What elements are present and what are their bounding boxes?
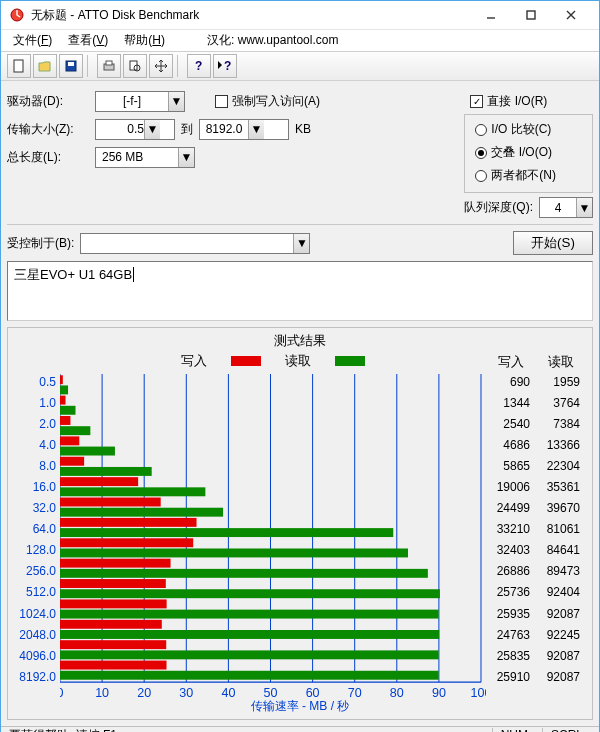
legend-write-swatch: [231, 356, 261, 366]
svg-rect-55: [60, 610, 439, 619]
open-button[interactable]: [33, 54, 57, 78]
window-title: 无标题 - ATTO Disk Benchmark: [31, 7, 471, 24]
svg-rect-46: [60, 518, 197, 527]
io-compare-radio[interactable]: I/O 比较(C): [475, 121, 582, 138]
toolbar: ? ?: [1, 51, 599, 81]
app-icon: [9, 7, 25, 23]
statusbar: 要获得帮助, 请按 F1 NUM SCRL: [1, 726, 599, 732]
menubar: 文件(F) 查看(V) 帮助(H) 汉化: www.upantool.com: [1, 30, 599, 51]
svg-text:?: ?: [224, 59, 231, 73]
status-scrl: SCRL: [542, 728, 591, 732]
force-write-checkbox[interactable]: 强制写入访问(A): [215, 93, 320, 110]
main-panel: 驱动器(D): [-f-]▼ 强制写入访问(A) 传输大小(Z): ▼ 到 ▼ …: [1, 81, 599, 726]
svg-rect-37: [60, 426, 90, 435]
xfer-label: 传输大小(Z):: [7, 121, 89, 138]
svg-rect-56: [60, 620, 162, 629]
neither-radio[interactable]: 两者都不(N): [475, 167, 582, 184]
svg-rect-38: [60, 436, 79, 445]
preview-button[interactable]: [123, 54, 147, 78]
svg-rect-5: [106, 61, 112, 65]
save-button[interactable]: [59, 54, 83, 78]
svg-rect-44: [60, 498, 161, 507]
result-chart: 0102030405060708090100: [60, 374, 486, 700]
svg-rect-50: [60, 559, 171, 568]
legend-read-swatch: [335, 356, 365, 366]
io-mode-group: I/O 比较(C) 交叠 I/O(O) 两者都不(N): [464, 114, 593, 193]
svg-text:?: ?: [195, 59, 202, 73]
xfer-from-combo[interactable]: ▼: [95, 119, 175, 140]
svg-rect-54: [60, 599, 167, 608]
new-button[interactable]: [7, 54, 31, 78]
results-title: 测式结果: [14, 330, 586, 350]
len-combo[interactable]: 256 MB▼: [95, 147, 195, 168]
svg-rect-35: [60, 406, 75, 415]
svg-rect-42: [60, 477, 138, 486]
read-column: 1959376473841336622304353613967081061846…: [536, 374, 586, 700]
to-label: 到: [181, 121, 193, 138]
help-button[interactable]: ?: [187, 54, 211, 78]
svg-rect-57: [60, 630, 439, 639]
svg-rect-51: [60, 569, 428, 578]
svg-rect-32: [60, 375, 63, 384]
qdepth-row: 队列深度(Q): 4▼: [464, 197, 593, 218]
close-button[interactable]: [551, 1, 591, 29]
svg-rect-41: [60, 467, 152, 476]
svg-rect-45: [60, 508, 223, 517]
legend-read-label: 读取: [285, 352, 311, 370]
chart-legend: 写入 读取: [60, 350, 486, 374]
menu-view[interactable]: 查看(V): [64, 30, 112, 51]
svg-rect-53: [60, 589, 440, 598]
xfer-to-combo[interactable]: ▼: [199, 119, 289, 140]
direct-io-checkbox[interactable]: ✓直接 I/O(R): [470, 93, 547, 110]
left-options: 驱动器(D): [-f-]▼ 强制写入访问(A) 传输大小(Z): ▼ 到 ▼ …: [7, 87, 454, 218]
svg-rect-3: [68, 62, 74, 66]
chart-y-labels: 0.51.02.04.08.016.032.064.0128.0256.0512…: [14, 374, 60, 700]
minimize-button[interactable]: [471, 1, 511, 29]
right-options: ✓直接 I/O(R) I/O 比较(C) 交叠 I/O(O) 两者都不(N) 队…: [464, 87, 593, 218]
app-window: 无标题 - ATTO Disk Benchmark 文件(F) 查看(V) 帮助…: [0, 0, 600, 732]
menu-help[interactable]: 帮助(H): [120, 30, 169, 51]
whatsthis-button[interactable]: ?: [213, 54, 237, 78]
col-read-header: 读取: [548, 353, 574, 371]
svg-rect-0: [527, 11, 535, 19]
col-write-header: 写入: [498, 353, 524, 371]
svg-rect-58: [60, 640, 166, 649]
kb-label: KB: [295, 122, 311, 136]
write-column: 6901344254046865865190062449933210324032…: [486, 374, 536, 700]
controlled-combo[interactable]: ▼: [80, 233, 310, 254]
description-box[interactable]: 三星EVO+ U1 64GB: [7, 261, 593, 321]
status-help: 要获得帮助, 请按 F1: [9, 727, 117, 732]
overlap-io-radio[interactable]: 交叠 I/O(O): [475, 144, 582, 161]
svg-rect-48: [60, 538, 193, 547]
qdepth-combo[interactable]: 4▼: [539, 197, 593, 218]
svg-rect-40: [60, 457, 84, 466]
move-button[interactable]: [149, 54, 173, 78]
status-num: NUM: [492, 728, 536, 732]
maximize-button[interactable]: [511, 1, 551, 29]
chart-area: 0.51.02.04.08.016.032.064.0128.0256.0512…: [14, 374, 586, 700]
drive-label: 驱动器(D):: [7, 93, 89, 110]
svg-rect-39: [60, 447, 115, 456]
drive-combo[interactable]: [-f-]▼: [95, 91, 185, 112]
results-panel: 测式结果 写入 读取 写入 读取 0.51.02.04.08.016.032.0…: [7, 327, 593, 720]
svg-rect-60: [60, 661, 167, 670]
qdepth-label: 队列深度(Q):: [464, 199, 533, 216]
svg-rect-33: [60, 385, 68, 394]
svg-rect-49: [60, 548, 408, 557]
legend-write-label: 写入: [181, 352, 207, 370]
svg-rect-59: [60, 650, 439, 659]
start-button[interactable]: 开始(S): [513, 231, 593, 255]
controlled-row: 受控制于(B): ▼ 开始(S): [7, 231, 593, 255]
svg-rect-36: [60, 416, 70, 425]
hanhua-label: 汉化: www.upantool.com: [207, 32, 338, 49]
chevron-down-icon[interactable]: ▼: [168, 92, 184, 111]
toolbar-separator: [87, 55, 93, 77]
titlebar: 无标题 - ATTO Disk Benchmark: [1, 1, 599, 30]
chart-x-label: 传输速率 - MB / 秒: [14, 698, 586, 715]
menu-file[interactable]: 文件(F): [9, 30, 56, 51]
print-button[interactable]: [97, 54, 121, 78]
svg-rect-61: [60, 671, 439, 680]
svg-rect-52: [60, 579, 166, 588]
svg-rect-34: [60, 396, 66, 405]
svg-rect-1: [14, 60, 23, 72]
